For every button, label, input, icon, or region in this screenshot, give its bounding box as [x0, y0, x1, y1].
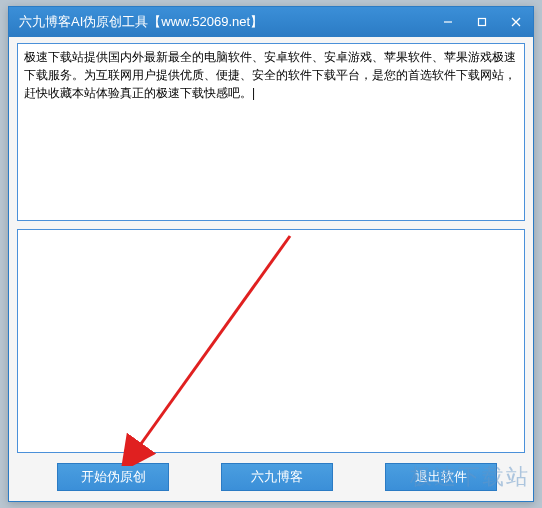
- app-window: 六九博客AI伪原创工具【www.52069.net】 极速下载站提供国内外最新最…: [8, 6, 534, 502]
- button-row: 开始伪原创 六九博客 退出软件: [17, 463, 525, 491]
- window-controls: [431, 7, 533, 37]
- maximize-button[interactable]: [465, 7, 499, 37]
- titlebar: 六九博客AI伪原创工具【www.52069.net】: [9, 7, 533, 37]
- content-area: 极速下载站提供国内外最新最全的电脑软件、安卓软件、安卓游戏、苹果软件、苹果游戏极…: [9, 37, 533, 499]
- exit-button[interactable]: 退出软件: [385, 463, 497, 491]
- window-title: 六九博客AI伪原创工具【www.52069.net】: [19, 13, 263, 31]
- output-textarea[interactable]: [17, 229, 525, 453]
- start-button[interactable]: 开始伪原创: [57, 463, 169, 491]
- input-textarea[interactable]: 极速下载站提供国内外最新最全的电脑软件、安卓软件、安卓游戏、苹果软件、苹果游戏极…: [17, 43, 525, 221]
- minimize-button[interactable]: [431, 7, 465, 37]
- close-button[interactable]: [499, 7, 533, 37]
- blog-button[interactable]: 六九博客: [221, 463, 333, 491]
- svg-rect-1: [479, 19, 486, 26]
